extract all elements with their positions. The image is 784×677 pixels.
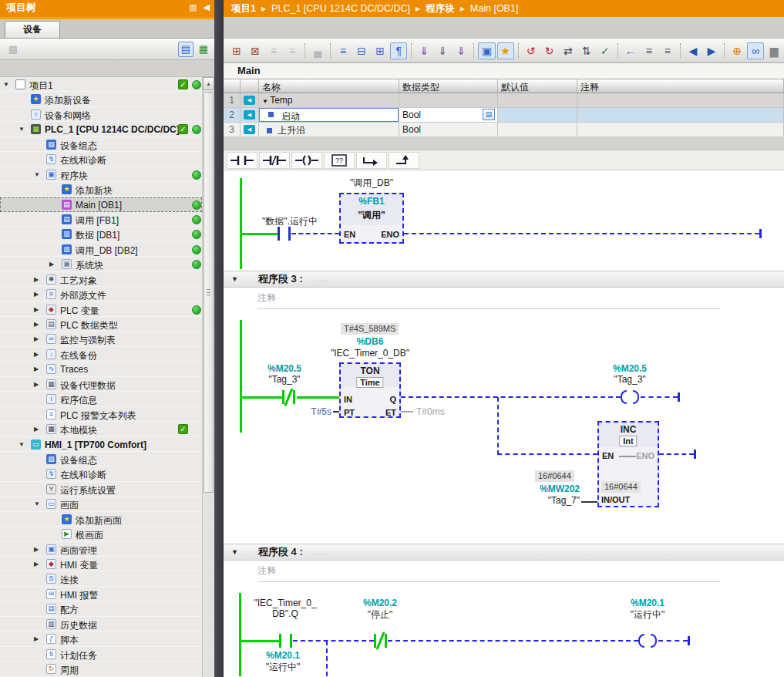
pin-en[interactable]: EN: [344, 230, 355, 239]
name-cell[interactable]: ▼ Temp: [259, 93, 399, 107]
chevron-right-icon[interactable]: ▶: [49, 261, 54, 268]
tree-item[interactable]: ▶∞监控与强制表: [0, 332, 202, 346]
network-4-header[interactable]: ▼ 程序段 4 : .....: [224, 544, 784, 561]
find-replace-icon[interactable]: ⊕: [728, 42, 745, 59]
favorite-coil-button[interactable]: [291, 152, 322, 169]
breadcrumb-segment[interactable]: 项目1: [231, 2, 256, 15]
pin-in[interactable]: IN: [344, 395, 352, 404]
tree-item[interactable]: ↯在线和诊断: [0, 152, 202, 167]
name-cell[interactable]: 启动: [259, 108, 399, 122]
name-edit-field[interactable]: 启动: [259, 108, 399, 122]
go-to-previous-icon[interactable]: ◀: [685, 42, 702, 59]
tree-item[interactable]: ⌗设备和网络: [0, 107, 202, 122]
contact-name[interactable]: "Tag_3": [254, 374, 315, 385]
chevron-right-icon[interactable]: ▶: [34, 306, 39, 313]
discard-changes-1-icon[interactable]: ↺: [523, 42, 540, 59]
name-cell[interactable]: 上升沿: [259, 123, 399, 136]
datatype-cell[interactable]: Bool: [399, 123, 498, 136]
table-row[interactable]: 2◀启动Bool▤: [224, 108, 784, 123]
favorite-no-contact-button[interactable]: [227, 152, 257, 169]
tree-item[interactable]: ▶▦设备代理数据: [0, 377, 202, 392]
contact1-operand-line1[interactable]: "IEC_Timer_0_: [245, 598, 325, 608]
collapse-all-networks-icon[interactable]: ⊞: [372, 42, 389, 59]
comment-cell[interactable]: [577, 93, 784, 107]
network-sequence-icon[interactable]: ≡: [335, 42, 352, 59]
tree-item[interactable]: 5计划任务: [0, 647, 202, 662]
pin-inout[interactable]: IN/OUT: [601, 495, 630, 504]
comment-cell[interactable]: [577, 123, 784, 136]
tree-item[interactable]: ▥数据 [DB1]: [0, 227, 202, 241]
chevron-right-icon[interactable]: ▶: [34, 321, 39, 328]
tree-item[interactable]: ▶▣画面管理: [0, 542, 202, 557]
coil-address[interactable]: %M20.5: [597, 363, 662, 374]
consistency-check-icon[interactable]: ✓: [597, 42, 614, 59]
timer-db-name[interactable]: "IEC_Timer_0_DB": [305, 348, 435, 359]
pin-eno[interactable]: ENO: [636, 451, 654, 460]
pt-constant[interactable]: T#5s: [302, 406, 331, 417]
coil-address[interactable]: %M20.1: [611, 598, 684, 608]
chevron-right-icon[interactable]: ▶: [34, 291, 39, 298]
column-header[interactable]: 数据类型: [399, 79, 498, 93]
network-4-comment[interactable]: 注释: [257, 561, 720, 582]
chevron-down-icon[interactable]: ▼: [3, 81, 9, 88]
datatype-dropdown-icon[interactable]: ▤: [483, 109, 495, 120]
panel-splitter[interactable]: [214, 0, 224, 677]
tree-scrollbar[interactable]: ▲: [202, 77, 214, 677]
assignment-list-icon[interactable]: ≡: [641, 42, 658, 59]
load-monitor-1-icon[interactable]: ⇓: [416, 42, 432, 59]
contact-address[interactable]: %M20.5: [254, 363, 315, 374]
tree-item[interactable]: ▼▭HMI_1 [TP700 Comfort]: [0, 437, 202, 452]
table-row[interactable]: 1◀▼ Temp: [224, 93, 784, 108]
scroll-up-icon[interactable]: ▲: [203, 77, 214, 90]
tree-item[interactable]: ★添加新设备: [0, 92, 202, 106]
chevron-right-icon[interactable]: ▶: [34, 426, 39, 433]
favorite-empty-box-button[interactable]: ??: [324, 152, 355, 169]
chevron-right-icon[interactable]: ▶: [34, 381, 39, 388]
pin-pt[interactable]: PT: [344, 408, 355, 417]
free-form-comments-icon[interactable]: ¶: [390, 42, 407, 59]
chevron-down-icon[interactable]: ▼: [262, 98, 270, 105]
chevron-down-icon[interactable]: ▼: [34, 171, 40, 178]
column-header-empty[interactable]: [224, 79, 241, 93]
fb-call-block[interactable]: %FB1 "调用" EN ENO: [339, 193, 404, 244]
favorite-nc-contact-button[interactable]: [259, 152, 290, 169]
absolute-operands-icon[interactable]: ▣: [478, 42, 495, 59]
tree-item[interactable]: ▥调用_DB [DB2]: [0, 242, 202, 257]
collapse-network-icon[interactable]: ▼: [231, 548, 238, 556]
tree-item[interactable]: ▶↓在线备份: [0, 347, 202, 362]
inout-address[interactable]: %MW202: [524, 483, 580, 494]
tree-item[interactable]: ▤Main [OB1]: [0, 197, 202, 212]
collapse-panel-icon[interactable]: ◀: [204, 2, 210, 12]
chevron-right-icon[interactable]: ▶: [34, 276, 39, 283]
insert-row-icon[interactable]: ≡: [265, 42, 282, 59]
overview-view-icon[interactable]: ▦: [196, 42, 211, 57]
nc-contact-symbol[interactable]: [282, 390, 295, 404]
insert-network-icon[interactable]: ⊞: [228, 42, 245, 59]
chevron-right-icon[interactable]: ▶: [34, 635, 39, 642]
tree-item[interactable]: ▤调用 [FB1]: [0, 212, 202, 227]
inc-block[interactable]: INC Int EN ENO 16#0644 IN/OUT: [597, 421, 659, 507]
chevron-right-icon[interactable]: ▶: [34, 351, 39, 358]
chevron-right-icon[interactable]: ▶: [34, 365, 39, 372]
tree-item[interactable]: ★添加新画面: [0, 512, 202, 527]
tree-item[interactable]: ▶∿Traces: [0, 362, 202, 376]
tree-item[interactable]: ↻周期: [0, 662, 202, 676]
load-monitor-2-icon[interactable]: ⇓: [434, 42, 451, 59]
contact2-address[interactable]: %M20.2: [352, 598, 408, 608]
filter-view-icon[interactable]: ▩: [5, 42, 21, 57]
tree-item[interactable]: ▶▣系统块: [0, 257, 202, 271]
tree-scrollbar-thumb[interactable]: [204, 92, 214, 493]
network-3-header[interactable]: ▼ 程序段 3 : .....: [224, 271, 784, 288]
tree-item[interactable]: ▼▦PLC_1 [CPU 1214C DC/DC/DC]✓: [0, 122, 202, 136]
inout-name[interactable]: "Tag_7": [524, 495, 580, 506]
tree-item[interactable]: ▼▭画面: [0, 497, 202, 511]
tree-item[interactable]: ▥历史数据: [0, 617, 202, 632]
tree-item[interactable]: ▤配方: [0, 601, 202, 616]
no-contact-symbol[interactable]: [278, 227, 291, 241]
delete-row-icon[interactable]: ≡: [284, 42, 301, 59]
timer-db-address[interactable]: %DB6: [339, 336, 401, 347]
tree-item[interactable]: ▶≡外部源文件: [0, 287, 202, 301]
tree-item[interactable]: ✉HMI 报警: [0, 587, 202, 601]
tree-item[interactable]: i程序信息: [0, 392, 202, 406]
monitoring-on-icon[interactable]: ∞: [747, 42, 764, 59]
